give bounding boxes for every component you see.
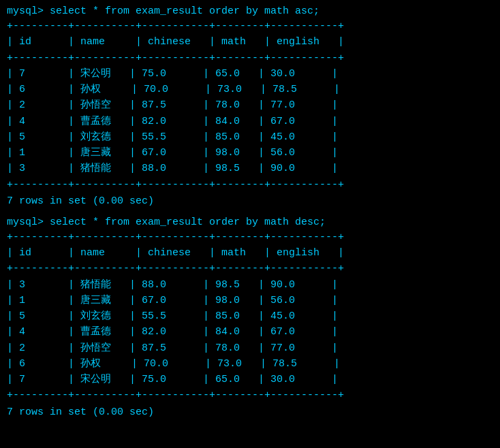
prompt-label2: mysql> [7,217,50,228]
query2-sql: select * from exam_result order by math … [50,217,326,228]
query2-prompt: mysql> select * from exam_result order b… [7,217,493,228]
terminal-window: mysql> select * from exam_result order b… [7,5,493,418]
query2-table: +---------+----------+-----------+------… [7,229,493,404]
query2-section: mysql> select * from exam_result order b… [7,217,493,418]
prompt-label: mysql> [7,5,50,17]
query1-sql: select * from exam_result order by math … [50,5,319,17]
query2-result: 7 rows in set (0.00 sec) [7,406,493,418]
query1-result: 7 rows in set (0.00 sec) [7,195,493,207]
query1-table: +---------+----------+-----------+------… [7,18,493,193]
query1-section: mysql> select * from exam_result order b… [7,5,493,207]
query1-prompt: mysql> select * from exam_result order b… [7,5,493,17]
